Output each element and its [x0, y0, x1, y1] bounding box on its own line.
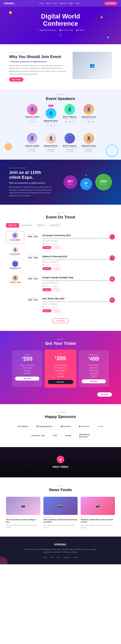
trend-event-location-0: 📍 Hall A [52, 243, 58, 245]
trend-event-location-1: 📍 Hall B [53, 264, 59, 266]
trend-event-info-3: Intro Jknim Jikis 2019 With the growing … [42, 298, 115, 312]
trend-sidebar-role-2: Developer [12, 269, 18, 270]
trend-sidebar-avatar-2: 👤 [12, 261, 18, 267]
trend-sidebar-avatar-0: 👤 [12, 232, 18, 238]
trend-event-details-0[interactable]: Details [53, 246, 61, 249]
trend-main: Opening Day 09:00 - 10:30 UX Design Tren… [28, 231, 115, 316]
trend-tab-3[interactable]: FOURTH DAY [47, 223, 62, 228]
speaker-twitter-2[interactable]: t [65, 120, 67, 123]
navbar: oVentes. Home About Event Speakers Blogs… [0, 0, 121, 7]
trend-event-title-2: Google Youtube Stratigic Party [42, 276, 115, 279]
trend-event-details-3[interactable]: Details [53, 309, 61, 312]
ticket-title: Get Your Ticket [9, 341, 112, 346]
all-tickets-container: All Ticket [9, 389, 112, 396]
why-join-cta-button[interactable]: Buy Ticket [9, 78, 23, 82]
speaker-role-6: Developer, FutureLab [62, 147, 77, 148]
trend-event-icon-0: 🎵 [110, 234, 115, 240]
ticket-card-1: VIP $399 All Gold features VIP lounge ac… [45, 350, 76, 388]
sponsor-2[interactable]: ◉ Covered [58, 424, 73, 429]
ticket-cta-1[interactable]: Buy Now [48, 380, 73, 384]
nav-about[interactable]: About [46, 2, 50, 4]
ticket-card-0: GOLD $200 Access to all sessions Lunch i… [12, 350, 42, 387]
footer-link-speakers[interactable]: Speakers [64, 556, 70, 558]
speaker-role-0: CEO, TechCorp [25, 118, 39, 120]
footer-link-home[interactable]: Home [43, 556, 47, 558]
expo-stat-sessions-label: Sessions [68, 183, 73, 185]
nav-blogs[interactable]: Blogs [69, 2, 73, 4]
trend-event-buynow-3[interactable]: Buy Now [42, 309, 51, 312]
nav-speakers[interactable]: Speakers [60, 2, 67, 4]
sponsor-5[interactable]: business.web [29, 433, 47, 438]
trend-tab-0[interactable]: FIRST DAY [6, 223, 19, 228]
why-join-photo: 👥 [73, 52, 112, 79]
trend-tab-2[interactable]: THIRD DAY [34, 223, 47, 228]
why-join-photo-bg: 👥 [73, 52, 112, 79]
speaker-fb-0[interactable]: f [34, 120, 37, 123]
speaker-linkedin-3[interactable]: in [87, 120, 90, 123]
trend-event-buynow-1[interactable]: Buy Now [42, 267, 51, 270]
trend-section: EVENTS Event On Trend FIRST DAY SECOND D… [0, 205, 121, 331]
trend-sidebar-item-1[interactable]: 👤 Kelton R. Bauer Designer [6, 245, 24, 258]
trend-sidebar-item-2[interactable]: 👤 Christoph Werner Developer [6, 259, 24, 272]
hero-section: Digital World Conference 📍 Waterfront Co… [0, 7, 121, 44]
nav-news[interactable]: News [76, 2, 80, 4]
ticket-feature-1-0: All Gold features [48, 364, 73, 366]
speaker-avatar-5: 👤 [46, 133, 56, 144]
trend-event-time-3: 15:00 - 16:30 [28, 299, 40, 301]
trend-sidebar-item-0[interactable]: 👤 Roseline William DJ Artist [6, 231, 24, 244]
ticket-grid: GOLD $200 Access to all sessions Lunch i… [9, 350, 112, 387]
footer-link-event[interactable]: Event [57, 556, 61, 558]
all-tickets-button[interactable]: All Ticket [97, 392, 112, 396]
news-img-placeholder-2: 📸 [81, 497, 115, 515]
sponsor-8[interactable]: BloombergBusiness [77, 432, 92, 440]
footer-link-contact[interactable]: Contact [73, 556, 78, 558]
trend-event-buynow-0[interactable]: Buy Now [42, 246, 51, 249]
trend-event-buynow-2[interactable]: Buy Now [42, 288, 51, 291]
nav-home[interactable]: Home [39, 2, 44, 4]
trend-title: Event On Trend [6, 215, 115, 220]
news-item-title-0: The issue with any content strategy is t… [6, 518, 40, 523]
trend-tab-1[interactable]: SECOND DAY [19, 223, 34, 228]
sponsor-3[interactable]: ◆ ProCure [76, 424, 92, 429]
news-img-2: 📸 [81, 497, 115, 515]
trend-event-title-3: Intro Jknim Jikis 2019 [42, 298, 115, 300]
nav-event[interactable]: Event [53, 2, 57, 4]
hero-time: ⏰ 8:00am [76, 29, 84, 31]
trend-event-details-2[interactable]: Details [53, 288, 61, 291]
brand-logo[interactable]: oVentes. [4, 2, 15, 5]
sponsor-4[interactable]: ✦ mfx [95, 424, 106, 429]
speaker-twitter-3[interactable]: t [84, 120, 87, 123]
speaker-social-3: t in f [82, 120, 96, 123]
trend-sidebar-name-2: Christoph Werner [9, 268, 21, 269]
ticket-plan-0: GOLD [15, 354, 39, 356]
sponsor-0[interactable]: Pxl Gallery [15, 424, 30, 429]
video-play-button[interactable] [57, 456, 64, 463]
trend-sidebar-item-3[interactable]: 👤 Timothy J. James CEO [6, 274, 24, 286]
speaker-linkedin-2[interactable]: in [68, 120, 71, 123]
speaker-twitter-1[interactable]: t [46, 124, 49, 127]
speaker-role-1: Designer, Studio X [44, 122, 58, 123]
sponsor-7[interactable]: mondi [63, 433, 74, 438]
news-card-2: 📸 June 1, 2019 Should be created time to… [81, 497, 115, 529]
speaker-fb-1[interactable]: f [53, 124, 56, 127]
speaker-linkedin-0[interactable]: in [31, 120, 34, 123]
trend-event-info-2: Google Youtube Stratigic Party With the … [42, 276, 115, 291]
trend-sidebar-name-3: Timothy J. James [9, 282, 21, 283]
news-section: NEWS News Feeds 📸 June 5, 2019 The issue… [0, 477, 121, 536]
speaker-fb-3[interactable]: f [91, 120, 94, 123]
sponsor-1[interactable]: 🎯 templatepress [34, 424, 55, 429]
sponsor-6[interactable]: waft [50, 433, 60, 438]
trend-event-details-1[interactable]: Details [53, 267, 61, 270]
video-title: Intro Video [53, 465, 68, 468]
speaker-twitter-0[interactable]: t [27, 120, 30, 123]
trend-load-more-button[interactable]: Load More [52, 318, 69, 323]
footer-link-about[interactable]: About [50, 556, 54, 558]
video-overlay: Intro Video [0, 447, 121, 477]
ticket-cta-2[interactable]: Buy Now [82, 379, 106, 383]
ticket-cta-0[interactable]: Buy Now [15, 376, 39, 380]
speaker-linkedin-1[interactable]: in [50, 124, 52, 127]
expo-star: ★ [85, 174, 87, 176]
sponsors-header: SPONSORS Happy Sponsors [6, 412, 115, 419]
speaker-fb-2[interactable]: f [72, 120, 75, 123]
nav-cta-button[interactable]: Buy Ticket [104, 2, 117, 5]
